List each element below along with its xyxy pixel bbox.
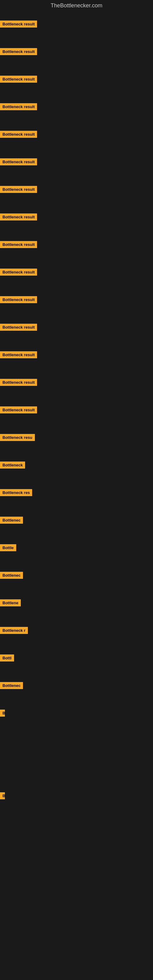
- bottleneck-badge: Bottlenec: [0, 682, 23, 689]
- bottleneck-item[interactable]: Bottleneck result: [0, 324, 37, 332]
- bottleneck-badge: Bottleneck res: [0, 489, 32, 496]
- bottleneck-item[interactable]: Bottlenec: [0, 682, 23, 690]
- bottleneck-item[interactable]: Bottleneck result: [0, 76, 37, 84]
- bottleneck-badge: Bottleneck result: [0, 158, 37, 165]
- bottleneck-badge: Bottleneck result: [0, 324, 37, 331]
- bottleneck-item[interactable]: Bottleneck result: [0, 186, 37, 194]
- bottleneck-item[interactable]: Bottleneck r: [0, 627, 28, 635]
- bottleneck-item[interactable]: Bottleneck result: [0, 158, 37, 167]
- bottleneck-item[interactable]: Bottleneck result: [0, 296, 37, 304]
- bottleneck-badge: Bottleneck result: [0, 76, 37, 83]
- bottleneck-item[interactable]: Bottlenec: [0, 517, 23, 525]
- bottleneck-badge: Bottleneck result: [0, 241, 37, 248]
- bottleneck-badge: Bottleneck result: [0, 103, 37, 110]
- bottleneck-badge: Bottle: [0, 544, 16, 551]
- bottleneck-item[interactable]: Bottleneck result: [0, 131, 37, 139]
- bottleneck-badge: Bottleneck result: [0, 406, 37, 414]
- bottleneck-badge: Bottleneck result: [0, 21, 37, 27]
- bottleneck-badge: Bottleneck r: [0, 627, 28, 634]
- bottleneck-badge: Bottleneck result: [0, 351, 37, 358]
- bottleneck-item[interactable]: Bottle: [0, 544, 16, 552]
- bottleneck-item[interactable]: Bottl: [0, 654, 14, 663]
- bottleneck-item[interactable]: Bottleneck result: [0, 103, 37, 111]
- bottleneck-item[interactable]: Bottleneck result: [0, 21, 37, 29]
- bottleneck-badge: B: [0, 710, 5, 717]
- bottleneck-badge: Bottl: [0, 654, 14, 662]
- bottleneck-item[interactable]: B: [0, 710, 5, 718]
- bottleneck-badge: Bottleneck result: [0, 269, 37, 275]
- bottleneck-item[interactable]: Bottleneck result: [0, 48, 37, 56]
- bottleneck-item[interactable]: Bottlene: [0, 599, 21, 608]
- bottleneck-item[interactable]: Bottleneck result: [0, 351, 37, 360]
- bottleneck-badge: Bottleneck result: [0, 186, 37, 193]
- bottleneck-item[interactable]: Bottlenec: [0, 572, 23, 580]
- bottleneck-item[interactable]: Bottleneck result: [0, 213, 37, 222]
- bottleneck-badge: Bottleneck result: [0, 213, 37, 221]
- bottleneck-badge: B: [0, 792, 5, 799]
- bottleneck-item[interactable]: B: [0, 792, 5, 800]
- bottleneck-item[interactable]: Bottleneck resu: [0, 434, 35, 442]
- bottleneck-item[interactable]: Bottleneck result: [0, 269, 37, 277]
- bottleneck-badge: Bottleneck result: [0, 131, 37, 138]
- bottleneck-badge: Bottleneck result: [0, 379, 37, 386]
- bottleneck-badge: Bottleneck result: [0, 48, 37, 55]
- bottleneck-badge: Bottlene: [0, 599, 21, 606]
- bottleneck-item[interactable]: Bottleneck res: [0, 489, 32, 497]
- bottleneck-badge: Bottlenec: [0, 572, 23, 579]
- bottleneck-badge: Bottleneck: [0, 461, 25, 469]
- bottleneck-badge: Bottlenec: [0, 517, 23, 524]
- bottleneck-item[interactable]: Bottleneck result: [0, 379, 37, 387]
- bottleneck-item[interactable]: Bottleneck: [0, 461, 25, 470]
- site-title: TheBottlenecker.com: [0, 0, 153, 11]
- bottleneck-item[interactable]: Bottleneck result: [0, 406, 37, 415]
- bottleneck-item[interactable]: Bottleneck result: [0, 241, 37, 249]
- bottleneck-badge: Bottleneck result: [0, 296, 37, 303]
- bottleneck-badge: Bottleneck resu: [0, 434, 35, 441]
